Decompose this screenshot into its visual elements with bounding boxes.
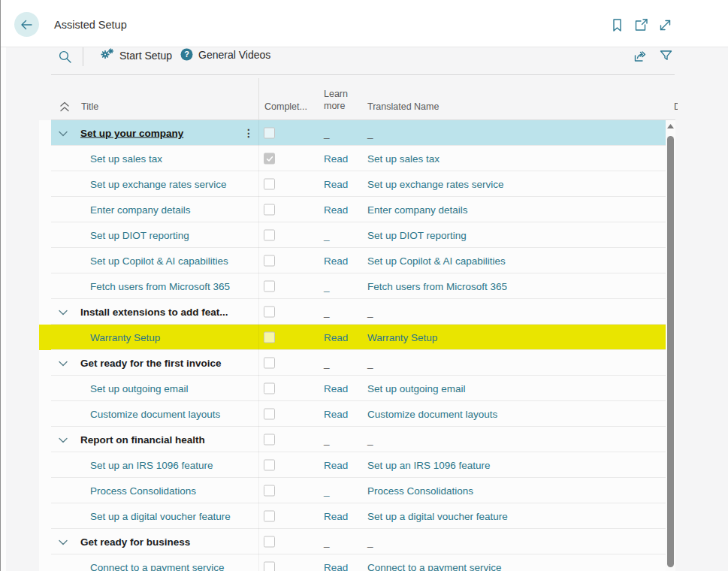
chevron-down-icon[interactable] — [59, 361, 68, 367]
completed-checkbox[interactable] — [264, 434, 275, 446]
table-row[interactable]: Enter company detailsReadEnter company d… — [39, 197, 666, 222]
left-gutter — [1, 47, 6, 571]
open-in-window-icon[interactable] — [634, 18, 648, 32]
row-title-link[interactable]: Customize document layouts — [90, 409, 220, 420]
completed-checkbox[interactable] — [264, 179, 275, 190]
learn-more-empty: _ — [324, 358, 330, 369]
completed-checkbox[interactable] — [264, 153, 275, 165]
learn-more-link[interactable]: Read — [324, 255, 348, 267]
row-title-link[interactable]: Warranty Setup — [90, 332, 160, 343]
bookmark-icon[interactable] — [610, 18, 624, 32]
row-title-link[interactable]: Set up Copilot & AI capabilities — [90, 255, 228, 267]
chevron-down-icon[interactable] — [59, 131, 68, 137]
completed-checkbox[interactable] — [264, 204, 275, 216]
learn-more-link[interactable]: Read — [324, 562, 348, 571]
completed-checkbox[interactable] — [264, 536, 275, 548]
chevron-down-icon[interactable] — [59, 437, 68, 443]
start-setup-label: Start Setup — [119, 50, 172, 62]
learn-more-link[interactable]: Read — [324, 409, 348, 420]
column-divider — [258, 554, 259, 571]
row-title-link[interactable]: Set up a digital voucher feature — [90, 511, 231, 522]
completed-checkbox[interactable] — [264, 383, 275, 394]
table-row[interactable]: Customize document layoutsReadCustomize … — [39, 401, 666, 427]
row-title-link[interactable]: Enter company details — [90, 204, 191, 216]
row-title-link[interactable]: Set up your company — [80, 128, 183, 139]
completed-checkbox[interactable] — [264, 562, 275, 571]
scrollbar-thumb[interactable] — [667, 136, 674, 567]
table-row[interactable]: Set up Copilot & AI capabilitiesReadSet … — [39, 248, 666, 273]
scroll-up-arrow-icon[interactable] — [667, 124, 674, 128]
share-icon[interactable] — [633, 49, 647, 63]
column-divider — [258, 222, 259, 248]
translated-name-cell: Set up outgoing email — [367, 383, 466, 394]
completed-checkbox[interactable] — [264, 255, 275, 267]
search-icon[interactable] — [58, 50, 73, 65]
column-header-completed[interactable]: Complet... — [264, 101, 307, 112]
completed-checkbox[interactable] — [264, 332, 275, 343]
table-row[interactable]: Report on financial health__ — [39, 427, 666, 452]
learn-more-link[interactable]: Read — [324, 204, 348, 216]
learn-more-link[interactable]: Read — [324, 460, 348, 471]
table-row[interactable]: Process Consolidations_Process Consolida… — [39, 478, 666, 503]
table-row[interactable]: Set up exchange rates serviceReadSet up … — [39, 171, 666, 197]
table-row[interactable]: Set up a digital voucher featureReadSet … — [39, 503, 666, 529]
row-title-link[interactable]: Install extensions to add feat... — [80, 307, 228, 318]
completed-checkbox[interactable] — [264, 358, 275, 369]
back-button[interactable] — [14, 12, 39, 37]
chevron-down-icon[interactable] — [59, 539, 68, 545]
translated-name-cell: Process Consolidations — [367, 485, 473, 497]
table-row[interactable]: Set up DIOT reporting_Set up DIOT report… — [39, 222, 666, 248]
column-header-translated-name[interactable]: Translated Name — [367, 101, 439, 112]
row-title-link[interactable]: Set up outgoing email — [90, 383, 189, 394]
row-title-link[interactable]: Process Consolidations — [90, 485, 196, 497]
row-title-link[interactable]: Fetch users from Microsoft 365 — [90, 281, 230, 292]
completed-checkbox[interactable] — [264, 128, 275, 139]
completed-checkbox[interactable] — [264, 409, 275, 420]
row-title-link[interactable]: Set up DIOT reporting — [90, 230, 189, 241]
learn-more-empty: _ — [324, 281, 330, 292]
row-title-link[interactable]: Set up an IRS 1096 feature — [90, 460, 213, 471]
row-title-link[interactable]: Report on financial health — [80, 434, 205, 446]
general-videos-button[interactable]: ? General Videos — [180, 48, 270, 61]
table-row[interactable]: Set up an IRS 1096 featureReadSet up an … — [39, 452, 666, 478]
learn-more-line2: more — [324, 101, 345, 111]
column-header-learn-more[interactable]: Learnmore — [324, 88, 348, 112]
table-row[interactable]: Set up your company⋮__ — [39, 120, 666, 146]
learn-more-link[interactable]: Read — [324, 153, 348, 165]
learn-more-link[interactable]: Read — [324, 332, 348, 343]
learn-more-link[interactable]: Read — [324, 511, 348, 522]
table-row[interactable]: Set up outgoing emailReadSet up outgoing… — [39, 376, 666, 401]
learn-more-empty: _ — [324, 230, 330, 241]
row-title-link[interactable]: Get ready for business — [80, 536, 190, 548]
vertical-scrollbar[interactable] — [666, 120, 675, 571]
table-row[interactable]: Connect to a payment serviceReadConnect … — [39, 554, 666, 571]
row-title-link[interactable]: Set up exchange rates service — [90, 179, 227, 190]
row-title-link[interactable]: Connect to a payment service — [90, 562, 225, 571]
row-title-link[interactable]: Set up sales tax — [90, 153, 162, 165]
row-context-menu-button[interactable]: ⋮ — [243, 127, 254, 139]
table-row[interactable]: Install extensions to add feat...__ — [39, 299, 666, 325]
completed-checkbox[interactable] — [264, 511, 275, 522]
collapse-all-icon[interactable] — [59, 101, 70, 112]
translated-name-cell: Fetch users from Microsoft 365 — [367, 281, 507, 292]
learn-more-link[interactable]: Read — [324, 179, 348, 190]
completed-checkbox[interactable] — [264, 485, 275, 497]
completed-checkbox[interactable] — [264, 460, 275, 471]
expand-icon[interactable] — [658, 18, 672, 32]
table-row[interactable]: Get ready for business__ — [39, 529, 666, 554]
completed-checkbox[interactable] — [264, 281, 275, 292]
table-row[interactable]: Set up sales taxReadSet up sales tax — [39, 146, 666, 171]
row-title-link[interactable]: Get ready for the first invoice — [80, 358, 222, 369]
learn-more-link[interactable]: Read — [324, 383, 348, 394]
table-row[interactable]: Fetch users from Microsoft 365_Fetch use… — [39, 273, 666, 299]
completed-checkbox[interactable] — [264, 307, 275, 318]
translated-name-cell: Set up sales tax — [367, 153, 440, 165]
start-setup-button[interactable]: Start Setup — [100, 48, 172, 62]
chevron-down-icon[interactable] — [59, 310, 68, 316]
table-row[interactable]: Get ready for the first invoice__ — [39, 350, 666, 376]
completed-checkbox[interactable] — [264, 230, 275, 241]
translated-name-cell: Set up exchange rates service — [367, 179, 504, 190]
filter-icon[interactable] — [659, 49, 673, 63]
table-row[interactable]: Warranty SetupReadWarranty Setup — [39, 325, 666, 350]
column-header-title[interactable]: Title — [81, 101, 98, 112]
